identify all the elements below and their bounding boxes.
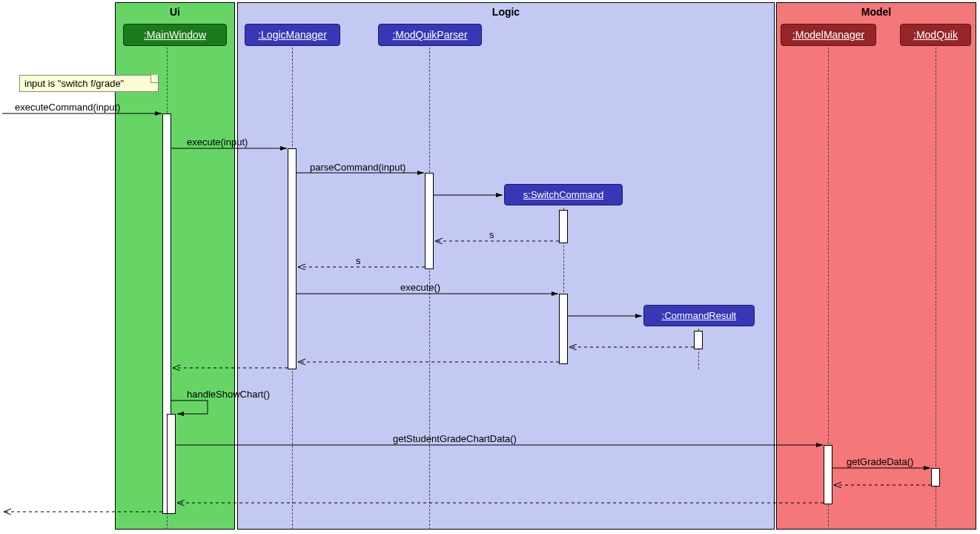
msg-handleshowchart: handleShowChart() (187, 389, 270, 400)
activation-modquik (931, 468, 940, 487)
participant-logicmanager: :LogicManager (245, 24, 340, 46)
msg-return-s1: s (489, 229, 494, 240)
activation-logicmanager (288, 148, 297, 369)
region-logic: Logic (237, 2, 775, 530)
activation-switch-exec (559, 294, 568, 364)
participant-mainwindow: :MainWindow (123, 24, 227, 46)
msg-return-s2: s (356, 255, 361, 266)
participant-commandresult: :CommandResult (643, 305, 755, 326)
participant-modelmanager: :ModelManager (781, 24, 876, 46)
msg-execute-input: execute(input) (187, 136, 248, 148)
activation-parser (425, 173, 434, 269)
region-model-title: Model (861, 6, 891, 18)
msg-getstudentgradechartdata: getStudentGradeChartData() (393, 433, 517, 444)
note-input: input is "switch f/grade" (19, 75, 159, 92)
participant-switchcommand: s:SwitchCommand (504, 184, 623, 205)
activation-mainwindow-inner (167, 414, 176, 514)
participant-modquik: :ModQuik (900, 24, 971, 46)
msg-execute: execute() (400, 282, 440, 293)
activation-switch-create (559, 210, 568, 243)
msg-executecommand: executeCommand(input) (15, 102, 120, 113)
msg-parsecommand: parseCommand(input) (310, 162, 405, 173)
activation-cmdres (694, 331, 703, 349)
participant-parser: :ModQuikParser (378, 24, 482, 46)
msg-getgradedata: getGradeData() (847, 456, 913, 467)
lifeline-modquik (936, 47, 936, 530)
region-ui-title: Ui (170, 6, 180, 18)
region-model: Model (776, 2, 976, 530)
activation-modelmanager (824, 445, 832, 504)
region-logic-title: Logic (492, 6, 520, 18)
